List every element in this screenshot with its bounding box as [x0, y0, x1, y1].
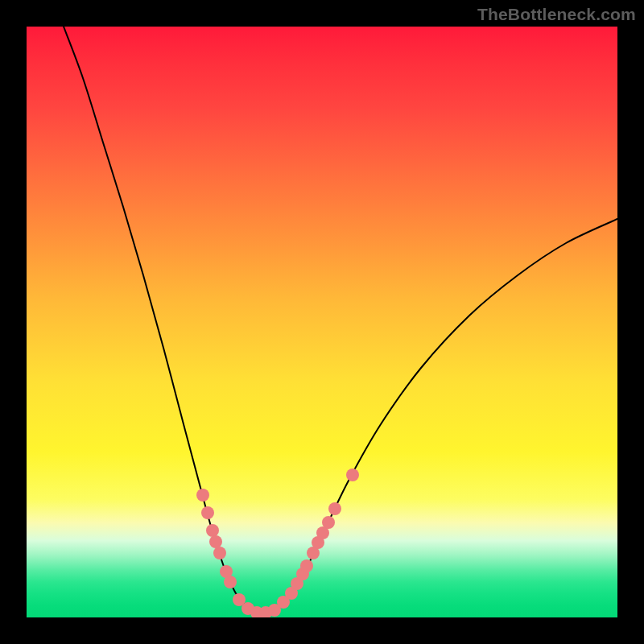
data-dot — [209, 535, 222, 548]
data-dot — [300, 559, 313, 572]
plot-area — [27, 27, 617, 617]
data-dot — [346, 469, 359, 481]
curve-layer — [27, 27, 617, 617]
data-dot — [201, 506, 214, 519]
data-dot — [224, 576, 237, 588]
data-dot — [213, 547, 226, 559]
bottleneck-curve — [64, 27, 617, 613]
watermark-text: TheBottleneck.com — [477, 5, 636, 24]
chart-frame: TheBottleneck.com — [0, 0, 644, 644]
data-dot — [196, 489, 209, 502]
data-dot — [322, 516, 335, 529]
data-dot — [206, 524, 219, 537]
data-dot — [328, 502, 341, 515]
